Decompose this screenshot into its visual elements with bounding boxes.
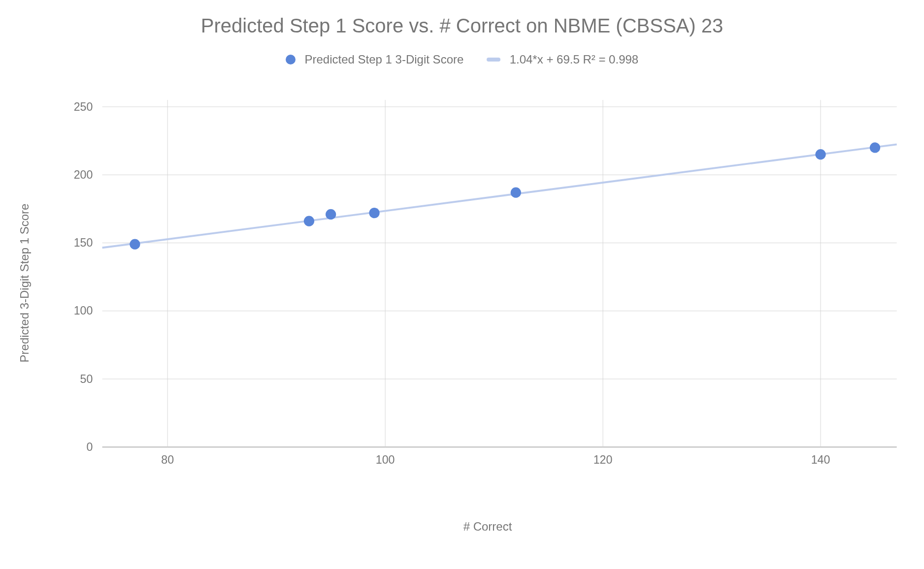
y-tick-label: 150 (74, 236, 93, 249)
legend-series-label: Predicted Step 1 3-Digit Score (304, 53, 463, 66)
data-point (326, 209, 336, 220)
y-tick-label: 100 (74, 304, 93, 317)
data-point (870, 142, 880, 153)
legend-line-icon (487, 58, 500, 62)
x-axis-label: # Correct (69, 520, 906, 534)
x-tick-label: 80 (161, 453, 174, 466)
trendline (102, 144, 897, 248)
legend-trend-label: 1.04*x + 69.5 R² = 0.998 (510, 53, 639, 66)
plot-svg: 05010015020025080100120140 (69, 89, 906, 477)
x-tick-label: 120 (594, 453, 613, 466)
x-tick-label: 100 (376, 453, 395, 466)
legend-dot-icon (286, 55, 296, 64)
data-point (815, 149, 825, 159)
chart-title: Predicted Step 1 Score vs. # Correct on … (0, 15, 924, 37)
y-tick-label: 200 (74, 168, 93, 181)
plot-area: 05010015020025080100120140 (69, 89, 906, 477)
data-point (130, 239, 140, 250)
y-axis-label-wrap: Predicted 3-Digit Step 1 Score (17, 89, 32, 477)
y-tick-label: 50 (80, 373, 93, 385)
chart-legend: Predicted Step 1 3-Digit Score 1.04*x + … (0, 52, 924, 66)
data-point (304, 216, 314, 226)
y-tick-label: 0 (86, 441, 93, 453)
y-axis-label: Predicted 3-Digit Step 1 Score (18, 204, 32, 363)
data-point (369, 208, 379, 218)
gridlines (102, 100, 897, 447)
x-tick-label: 140 (811, 453, 830, 466)
chart-container: Predicted Step 1 Score vs. # Correct on … (0, 0, 924, 569)
data-point (511, 188, 521, 198)
y-tick-label: 250 (74, 100, 93, 113)
